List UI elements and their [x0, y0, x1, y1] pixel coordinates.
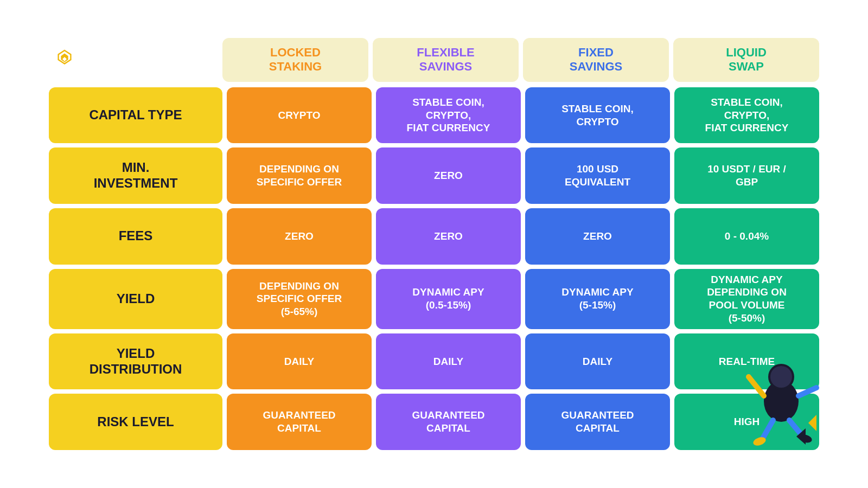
- logo-top: [54, 49, 79, 70]
- column-headers: LOCKEDSTAKINGFLEXIBLESAVINGSFIXEDSAVINGS…: [222, 38, 819, 82]
- cell-3-0: DEPENDING ONSPECIFIC OFFER(5-65%): [227, 269, 372, 329]
- row-label-5: RISK LEVEL: [49, 394, 222, 450]
- cell-0-2: STABLE COIN,CRYPTO: [525, 87, 670, 144]
- col-header-locked: LOCKEDSTAKING: [222, 38, 368, 82]
- cell-1-3: 10 USDT / EUR /GBP: [674, 147, 819, 204]
- table-row-0: CAPITAL TYPECRYPTOSTABLE COIN,CRYPTO,FIA…: [49, 87, 819, 144]
- main-container: LOCKEDSTAKINGFLEXIBLESAVINGSFIXEDSAVINGS…: [27, 22, 841, 466]
- header-row: LOCKEDSTAKINGFLEXIBLESAVINGSFIXEDSAVINGS…: [49, 38, 819, 82]
- cell-0-3: STABLE COIN,CRYPTO,FIAT CURRENCY: [674, 87, 819, 144]
- cell-4-1: DAILY: [376, 333, 521, 390]
- col-header-fixed: FIXEDSAVINGS: [523, 38, 669, 82]
- col-header-flexible: FLEXIBLESAVINGS: [373, 38, 519, 82]
- table-row-1: MIN.INVESTMENTDEPENDING ONSPECIFIC OFFER…: [49, 147, 819, 204]
- svg-point-5: [770, 366, 792, 388]
- table-row-2: FEESZEROZEROZERO0 - 0.04%: [49, 208, 819, 265]
- table-row-4: YIELDDISTRIBUTIONDAILYDAILYDAILYREAL-TIM…: [49, 333, 819, 390]
- cell-0-1: STABLE COIN,CRYPTO,FIAT CURRENCY: [376, 87, 521, 144]
- table-body: CAPITAL TYPECRYPTOSTABLE COIN,CRYPTO,FIA…: [49, 87, 819, 450]
- cell-0-0: CRYPTO: [227, 87, 372, 144]
- row-cells-1: DEPENDING ONSPECIFIC OFFERZERO100 USDEQU…: [227, 147, 819, 204]
- character-figure: [738, 347, 825, 455]
- cell-2-2: ZERO: [525, 208, 670, 265]
- row-label-4: YIELDDISTRIBUTION: [49, 333, 222, 390]
- row-cells-0: CRYPTOSTABLE COIN,CRYPTO,FIAT CURRENCYST…: [227, 87, 819, 144]
- cell-2-3: 0 - 0.04%: [674, 208, 819, 265]
- table-row-5: RISK LEVELGUARANTEEDCAPITALGUARANTEEDCAP…: [49, 394, 819, 450]
- svg-line-8: [762, 420, 773, 439]
- cell-5-1: GUARANTEEDCAPITAL: [376, 394, 521, 450]
- row-label-3: YIELD: [49, 269, 222, 329]
- svg-marker-12: [808, 415, 816, 431]
- row-cells-2: ZEROZEROZERO0 - 0.04%: [227, 208, 819, 265]
- cell-5-2: GUARANTEEDCAPITAL: [525, 394, 670, 450]
- row-cells-4: DAILYDAILYDAILYREAL-TIME: [227, 333, 819, 390]
- logo-area: [49, 49, 222, 70]
- cell-4-0: DAILY: [227, 333, 372, 390]
- table-row-3: YIELDDEPENDING ONSPECIFIC OFFER(5-65%)DY…: [49, 269, 819, 329]
- cell-1-0: DEPENDING ONSPECIFIC OFFER: [227, 147, 372, 204]
- row-cells-5: GUARANTEEDCAPITALGUARANTEEDCAPITALGUARAN…: [227, 394, 819, 450]
- row-label-2: FEES: [49, 208, 222, 265]
- row-label-1: MIN.INVESTMENT: [49, 147, 222, 204]
- cell-1-2: 100 USDEQUIVALENT: [525, 147, 670, 204]
- row-label-0: CAPITAL TYPE: [49, 87, 222, 144]
- cell-2-0: ZERO: [227, 208, 372, 265]
- cell-3-2: DYNAMIC APY(5-15%): [525, 269, 670, 329]
- cell-1-1: ZERO: [376, 147, 521, 204]
- binance-logo-icon: [54, 49, 75, 70]
- cell-3-3: DYNAMIC APYDEPENDING ONPOOL VOLUME(5-50%…: [674, 269, 819, 329]
- col-header-liquid: LIQUIDSWAP: [673, 38, 819, 82]
- svg-line-6: [749, 377, 764, 396]
- cell-4-2: DAILY: [525, 333, 670, 390]
- cell-5-0: GUARANTEEDCAPITAL: [227, 394, 372, 450]
- cell-3-1: DYNAMIC APY(0.5-15%): [376, 269, 521, 329]
- row-cells-3: DEPENDING ONSPECIFIC OFFER(5-65%)DYNAMIC…: [227, 269, 819, 329]
- svg-line-7: [799, 388, 816, 396]
- cell-2-1: ZERO: [376, 208, 521, 265]
